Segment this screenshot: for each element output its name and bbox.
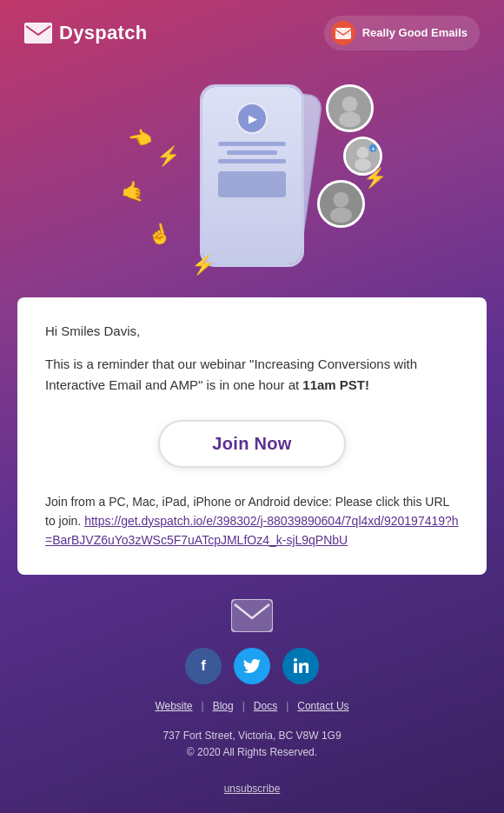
svg-rect-0 xyxy=(24,23,52,43)
rge-envelope-icon xyxy=(331,21,355,45)
play-button-icon xyxy=(236,103,268,134)
linkedin-icon xyxy=(294,658,308,673)
greeting-text: Hi Smiles Davis, xyxy=(45,322,459,342)
svg-point-14 xyxy=(330,208,352,223)
linkedin-button[interactable] xyxy=(282,648,319,684)
cta-container: Join Now xyxy=(45,420,459,468)
email-header: Dyspatch Really Good Emails xyxy=(0,0,504,63)
rge-label: Really Good Emails xyxy=(362,26,468,40)
emoji-bolt-2: ⚡ xyxy=(363,167,387,190)
rge-badge: Really Good Emails xyxy=(324,16,480,50)
email-footer: f Website | Blog | Docs | Contact Us 737… xyxy=(0,575,504,813)
sep-2: | xyxy=(242,700,245,712)
twitter-icon xyxy=(243,659,261,673)
reminder-time: 11am PST! xyxy=(302,377,369,392)
emoji-bolt-3: ⚡ xyxy=(191,254,215,277)
phone-main xyxy=(200,84,304,267)
copyright-line: © 2020 All Rights Reserved. xyxy=(162,744,341,761)
blog-link[interactable]: Blog xyxy=(213,700,234,712)
join-instructions: Join from a PC, Mac, iPad, iPhone or And… xyxy=(45,492,459,550)
address-line: 737 Fort Street, Victoria, BC V8W 1G9 xyxy=(162,728,341,744)
footer-nav-links: Website | Blog | Docs | Contact Us xyxy=(155,700,348,712)
twitter-button[interactable] xyxy=(234,648,270,684)
svg-point-6 xyxy=(339,112,361,128)
svg-rect-15 xyxy=(231,599,273,632)
docs-link[interactable]: Docs xyxy=(254,700,277,712)
avatar-1 xyxy=(326,84,374,132)
dyspatch-logo: Dyspatch xyxy=(24,22,147,44)
dyspatch-logo-text: Dyspatch xyxy=(59,22,147,44)
email-wrapper: Dyspatch Really Good Emails xyxy=(0,0,504,813)
emoji-hand-2: 🤙 xyxy=(121,179,146,203)
emoji-hand-3: ☝️ xyxy=(145,221,174,249)
svg-rect-3 xyxy=(335,28,351,39)
unsubscribe-container: unsubscribe xyxy=(224,780,281,796)
email-body: Hi Smiles Davis, This is a reminder that… xyxy=(17,297,487,575)
unsubscribe-link[interactable]: unsubscribe xyxy=(224,783,281,795)
hero-section: + 👈 🤙 ☝️ ⚡ ⚡ ⚡ xyxy=(0,63,504,297)
website-link[interactable]: Website xyxy=(155,700,192,712)
join-url-link[interactable]: https://get.dyspatch.io/e/398302/j-88039… xyxy=(45,514,459,547)
footer-logo-container xyxy=(231,599,273,632)
sep-3: | xyxy=(286,700,288,712)
svg-point-5 xyxy=(342,97,358,112)
dyspatch-envelope-icon xyxy=(24,23,52,43)
footer-address: 737 Fort Street, Victoria, BC V8W 1G9 © … xyxy=(162,728,341,761)
social-icons-group: f xyxy=(185,648,319,684)
svg-point-8 xyxy=(357,147,369,159)
facebook-button[interactable]: f xyxy=(185,648,222,684)
contact-link[interactable]: Contact Us xyxy=(297,700,348,712)
svg-text:+: + xyxy=(371,146,375,152)
reminder-text: This is a reminder that our webinar "Inc… xyxy=(45,354,459,396)
footer-envelope-icon xyxy=(231,599,273,632)
svg-point-13 xyxy=(334,192,349,208)
hero-illustration: + 👈 🤙 ☝️ ⚡ ⚡ ⚡ xyxy=(113,67,391,284)
avatar-3 xyxy=(317,180,365,228)
emoji-bolt-1: ⚡ xyxy=(156,145,180,168)
sep-1: | xyxy=(202,700,204,712)
join-now-button[interactable]: Join Now xyxy=(158,420,345,468)
emoji-hand-1: 👈 xyxy=(127,126,154,152)
